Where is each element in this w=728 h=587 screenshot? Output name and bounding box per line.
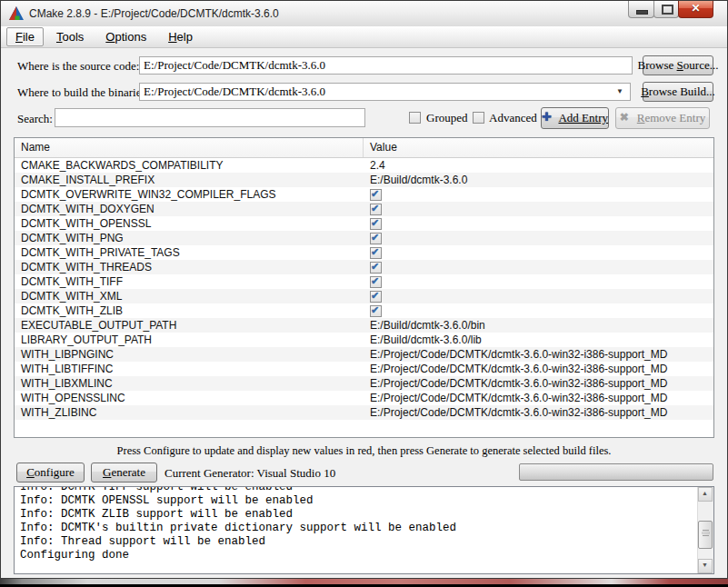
search-input[interactable] xyxy=(55,108,365,127)
table-row[interactable]: DCMTK_OVERWRITE_WIN32_COMPILER_FLAGS xyxy=(15,187,713,202)
log-output[interactable]: Info: DCMTK TIFF support will be enabled… xyxy=(14,486,714,574)
value-cell[interactable] xyxy=(364,276,713,288)
add-entry-button[interactable]: Add Entry xyxy=(541,107,609,129)
value-cell[interactable] xyxy=(364,247,713,259)
remove-entry-label: Remove Entry xyxy=(637,111,705,125)
table-row[interactable]: LIBRARY_OUTPUT_PATHE:/Build/dcmtk-3.6.0/… xyxy=(15,333,713,347)
name-cell[interactable]: WITH_LIBXMLINC xyxy=(15,377,364,390)
value-cell[interactable]: E:/Project/Code/DCMTK/dcmtk-3.6.0-win32-… xyxy=(364,392,713,404)
remove-entry-button[interactable]: Remove Entry xyxy=(615,107,710,129)
table-row[interactable]: WITH_LIBTIFFINCE:/Project/Code/DCMTK/dcm… xyxy=(15,362,713,376)
value-cell[interactable]: E:/Build/dcmtk-3.6.0 xyxy=(364,174,713,186)
value-cell[interactable] xyxy=(364,291,713,303)
table-row[interactable]: DCMTK_WITH_PNG xyxy=(15,231,713,245)
name-cell[interactable]: DCMTK_WITH_DOXYGEN xyxy=(15,203,364,215)
build-path-value: E:/Project/Code/DCMTK/dcmtk-3.6.0 xyxy=(144,85,325,98)
name-cell[interactable]: DCMTK_WITH_OPENSSL xyxy=(15,217,364,230)
scroll-up-icon[interactable] xyxy=(698,487,713,502)
value-cell[interactable] xyxy=(364,189,713,201)
name-cell[interactable]: DCMTK_WITH_TIFF xyxy=(15,275,364,288)
table-row[interactable]: WITH_OPENSSLINCE:/Project/Code/DCMTK/dcm… xyxy=(15,391,713,405)
value-checkbox[interactable] xyxy=(370,189,382,201)
value-cell[interactable]: E:/Project/Code/DCMTK/dcmtk-3.6.0-win32-… xyxy=(364,377,713,390)
table-row[interactable]: DCMTK_WITH_ZLIB xyxy=(15,303,713,318)
table-row[interactable]: DCMTK_WITH_THREADS xyxy=(15,260,713,274)
cache-table-body: CMAKE_BACKWARDS_COMPATIBILITY2.4CMAKE_IN… xyxy=(15,158,713,420)
log-scrollbar[interactable] xyxy=(697,487,713,573)
table-row[interactable]: WITH_ZLIBINCE:/Project/Code/DCMTK/dcmtk-… xyxy=(15,405,713,420)
table-row[interactable]: EXECUTABLE_OUTPUT_PATHE:/Build/dcmtk-3.6… xyxy=(15,318,713,333)
source-path-label: Where is the source code: xyxy=(17,59,139,74)
value-cell[interactable]: E:/Project/Code/DCMTK/dcmtk-3.6.0-win32-… xyxy=(364,348,713,361)
table-header[interactable]: Name Value xyxy=(15,138,713,158)
title-bar[interactable]: CMake 2.8.9 - E:/Project/Code/DCMTK/dcmt… xyxy=(1,1,727,27)
value-cell[interactable]: 2.4 xyxy=(364,159,713,172)
scroll-down-icon[interactable] xyxy=(698,559,713,573)
grouped-checkbox[interactable] xyxy=(409,112,421,124)
name-cell[interactable]: DCMTK_WITH_PRIVATE_TAGS xyxy=(15,246,364,259)
value-checkbox[interactable] xyxy=(370,262,382,274)
table-row[interactable]: DCMTK_WITH_OPENSSL xyxy=(15,216,713,231)
name-cell[interactable]: CMAKE_INSTALL_PREFIX xyxy=(15,174,364,186)
name-cell[interactable]: DCMTK_WITH_THREADS xyxy=(15,261,364,274)
name-cell[interactable]: WITH_LIBTIFFINC xyxy=(15,363,364,375)
scrollbar-thumb[interactable] xyxy=(698,521,713,549)
build-path-combobox[interactable]: E:/Project/Code/DCMTK/dcmtk-3.6.0 xyxy=(139,83,631,101)
browse-source-button[interactable]: Browse Source... xyxy=(643,55,713,75)
table-row[interactable]: DCMTK_WITH_TIFF xyxy=(15,274,713,289)
value-checkbox[interactable] xyxy=(370,247,382,259)
name-cell[interactable]: CMAKE_BACKWARDS_COMPATIBILITY xyxy=(15,159,364,172)
value-cell[interactable] xyxy=(364,218,713,230)
generate-button[interactable]: Generate xyxy=(91,463,157,483)
value-cell[interactable] xyxy=(364,305,713,317)
name-cell[interactable]: LIBRARY_OUTPUT_PATH xyxy=(15,333,364,346)
column-header-name[interactable]: Name xyxy=(15,138,364,157)
advanced-checkbox[interactable] xyxy=(473,112,484,124)
column-header-value[interactable]: Value xyxy=(364,138,713,157)
maximize-button[interactable] xyxy=(653,1,679,18)
value-cell[interactable]: E:/Build/dcmtk-3.6.0/bin xyxy=(364,319,713,332)
name-cell[interactable]: DCMTK_WITH_XML xyxy=(15,290,364,303)
table-row[interactable]: DCMTK_WITH_DOXYGEN xyxy=(15,202,713,216)
name-cell[interactable]: DCMTK_OVERWRITE_WIN32_COMPILER_FLAGS xyxy=(15,188,364,201)
name-cell[interactable]: EXECUTABLE_OUTPUT_PATH xyxy=(15,319,364,332)
menu-help[interactable]: Help xyxy=(159,27,202,46)
value-cell[interactable]: E:/Build/dcmtk-3.6.0/lib xyxy=(364,333,713,346)
table-row[interactable]: DCMTK_WITH_PRIVATE_TAGS xyxy=(15,245,713,260)
browse-build-label: Browse Build... xyxy=(641,85,715,99)
browse-build-button[interactable]: Browse Build... xyxy=(643,82,713,102)
value-cell[interactable]: E:/Project/Code/DCMTK/dcmtk-3.6.0-win32-… xyxy=(364,406,713,419)
caption-buttons xyxy=(629,1,713,18)
value-checkbox[interactable] xyxy=(370,233,382,244)
value-checkbox[interactable] xyxy=(370,276,382,288)
value-cell[interactable] xyxy=(364,204,713,215)
close-button[interactable] xyxy=(678,1,713,18)
add-entry-label: Add Entry xyxy=(558,111,608,125)
name-cell[interactable]: DCMTK_WITH_ZLIB xyxy=(15,304,364,317)
name-cell[interactable]: DCMTK_WITH_PNG xyxy=(15,232,364,244)
minimize-button[interactable] xyxy=(628,1,654,18)
value-cell[interactable] xyxy=(364,233,713,244)
value-checkbox[interactable] xyxy=(370,305,382,317)
table-row[interactable]: DCMTK_WITH_XML xyxy=(15,289,713,303)
table-row[interactable]: CMAKE_INSTALL_PREFIXE:/Build/dcmtk-3.6.0 xyxy=(15,173,713,187)
table-row[interactable]: CMAKE_BACKWARDS_COMPATIBILITY2.4 xyxy=(15,158,713,173)
log-line: Info: DCMTK TIFF support will be enabled xyxy=(20,486,698,494)
value-cell[interactable]: E:/Project/Code/DCMTK/dcmtk-3.6.0-win32-… xyxy=(364,363,713,375)
name-cell[interactable]: WITH_OPENSSLINC xyxy=(15,392,364,404)
menu-file[interactable]: File xyxy=(6,27,44,46)
value-checkbox[interactable] xyxy=(370,218,382,230)
table-row[interactable]: WITH_LIBPNGINCE:/Project/Code/DCMTK/dcmt… xyxy=(15,347,713,362)
value-cell[interactable] xyxy=(364,262,713,274)
source-path-input[interactable] xyxy=(139,56,633,75)
chevron-down-icon[interactable] xyxy=(615,86,626,97)
table-row[interactable]: WITH_LIBXMLINCE:/Project/Code/DCMTK/dcmt… xyxy=(15,376,713,391)
value-checkbox[interactable] xyxy=(370,204,382,215)
configure-button[interactable]: Configure xyxy=(16,463,85,483)
value-checkbox[interactable] xyxy=(370,291,382,303)
name-cell[interactable]: WITH_LIBPNGINC xyxy=(15,348,364,361)
menu-options[interactable]: Options xyxy=(96,27,155,46)
menu-tools[interactable]: Tools xyxy=(47,27,93,46)
cache-table[interactable]: Name Value CMAKE_BACKWARDS_COMPATIBILITY… xyxy=(14,137,714,438)
name-cell[interactable]: WITH_ZLIBINC xyxy=(15,406,364,419)
